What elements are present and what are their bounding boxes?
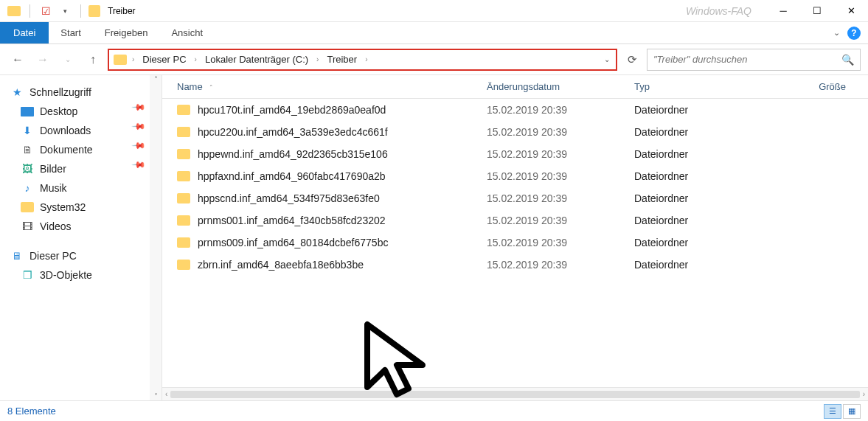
ribbon-bar: Datei Start Freigeben Ansicht ⌄ ? — [0, 22, 868, 44]
folder-icon — [177, 105, 190, 115]
3d-objects-icon: ❒ — [21, 269, 34, 281]
sidebar-item-system32[interactable]: System32 — [0, 198, 162, 217]
back-button[interactable]: ← — [7, 49, 28, 70]
help-icon[interactable]: ? — [847, 27, 861, 40]
column-size[interactable]: Größe — [760, 81, 868, 92]
file-date: 15.02.2019 20:39 — [479, 192, 627, 204]
tab-view[interactable]: Ansicht — [159, 22, 215, 44]
chevron-right-icon[interactable]: › — [130, 55, 136, 63]
properties-icon[interactable]: ☑ — [38, 3, 54, 19]
address-dropdown-icon[interactable]: ⌄ — [604, 55, 611, 63]
status-count: 8 Elemente — [7, 406, 56, 417]
navigation-row: ← → ⌄ ↑ › Dieser PC › Lokaler Datenträge… — [0, 44, 868, 75]
sidebar-item-music[interactable]: ♪ Musik — [0, 178, 162, 198]
file-name: hpcu220u.inf_amd64_3a539e3edc4c661f — [198, 126, 388, 138]
sidebar-item-downloads[interactable]: ⬇ Downloads 📌 — [0, 121, 162, 140]
crumb-this-pc[interactable]: Dieser PC — [139, 52, 189, 66]
folder-icon — [177, 127, 190, 137]
scrollbar-thumb[interactable] — [170, 391, 859, 398]
status-bar: 8 Elemente ☰ ▦ — [0, 400, 868, 421]
sidebar-quick-access[interactable]: ★ Schnellzugriff — [0, 83, 162, 102]
column-date[interactable]: Änderungsdatum — [479, 81, 627, 92]
file-type: Dateiordner — [627, 126, 760, 138]
sidebar-item-documents[interactable]: 🗎 Dokumente 📌 — [0, 140, 162, 159]
sidebar-item-label: 3D-Objekte — [40, 269, 92, 281]
column-type[interactable]: Typ — [627, 81, 760, 92]
folder-icon — [88, 3, 105, 19]
qat-dropdown-icon[interactable]: ▾ — [57, 3, 73, 19]
chevron-right-icon[interactable]: › — [314, 55, 321, 63]
sidebar-item-label: Desktop — [40, 105, 77, 117]
file-name: prnms001.inf_amd64_f340cb58fcd23202 — [198, 215, 386, 226]
file-date: 15.02.2019 20:39 — [479, 170, 627, 182]
file-name: hppfaxnd.inf_amd64_960fabc417690a2b — [198, 170, 386, 182]
divider — [29, 4, 30, 18]
close-button[interactable]: ✕ — [834, 0, 868, 22]
sidebar-item-videos[interactable]: 🎞 Videos — [0, 217, 162, 236]
folder-icon — [177, 215, 190, 226]
icons-view-button[interactable]: ▦ — [843, 404, 861, 419]
folder-icon — [21, 201, 34, 213]
sidebar-item-desktop[interactable]: Desktop 📌 — [0, 102, 162, 121]
table-row[interactable]: hppewnd.inf_amd64_92d2365cb315e10615.02.… — [162, 143, 868, 165]
column-name[interactable]: Name ˄ — [162, 81, 479, 92]
up-button[interactable]: ↑ — [83, 49, 103, 70]
maximize-button[interactable]: ☐ — [800, 0, 834, 22]
sidebar-scrollbar[interactable]: ˄ ˅ — [150, 75, 162, 400]
scroll-right-icon[interactable]: › — [863, 390, 865, 398]
file-name: zbrn.inf_amd64_8aeebfa18e6bb3be — [198, 259, 364, 271]
sidebar-item-label: Schnellzugriff — [29, 86, 91, 98]
crumb-treiber[interactable]: Treiber — [324, 52, 360, 66]
sidebar-item-label: Musik — [40, 182, 67, 194]
navigation-pane: ★ Schnellzugriff Desktop 📌 ⬇ Downloads 📌… — [0, 75, 162, 400]
file-date: 15.02.2019 20:39 — [479, 259, 627, 271]
search-input[interactable] — [653, 54, 841, 65]
minimize-button[interactable]: ─ — [766, 0, 800, 22]
details-view-button[interactable]: ☰ — [824, 404, 841, 419]
sidebar-item-label: Dokumente — [40, 144, 93, 156]
expand-ribbon-icon[interactable]: ⌄ — [833, 28, 840, 38]
folder-icon — [177, 149, 190, 159]
scroll-up-icon[interactable]: ˄ — [154, 75, 158, 83]
sidebar-item-pictures[interactable]: 🖼 Bilder 📌 — [0, 159, 162, 178]
sidebar-item-label: System32 — [40, 201, 86, 213]
quick-access-toolbar: ☑ ▾ — [0, 3, 105, 19]
search-box[interactable]: 🔍 — [647, 49, 861, 71]
forward-button[interactable]: → — [32, 49, 53, 70]
file-list-area: Name ˄ Änderungsdatum Typ Größe hpcu170t… — [162, 75, 868, 400]
this-pc-icon: 🖥 — [10, 250, 24, 262]
scroll-down-icon[interactable]: ˅ — [154, 392, 158, 400]
recent-dropdown-icon[interactable]: ⌄ — [58, 49, 78, 70]
sidebar-this-pc[interactable]: 🖥 Dieser PC — [0, 246, 162, 265]
file-name: hpcu170t.inf_amd64_19ebd2869a0eaf0d — [198, 104, 386, 116]
file-type: Dateiordner — [627, 104, 760, 116]
file-name: hppscnd.inf_amd64_534f975d83e63fe0 — [198, 192, 380, 204]
address-bar[interactable]: › Dieser PC › Lokaler Datenträger (C:) ›… — [108, 49, 617, 71]
horizontal-scrollbar[interactable]: ‹ › — [162, 387, 868, 400]
watermark-text: Windows-FAQ — [686, 5, 751, 17]
tab-share[interactable]: Freigeben — [93, 22, 160, 44]
table-row[interactable]: hppscnd.inf_amd64_534f975d83e63fe015.02.… — [162, 187, 868, 209]
table-row[interactable]: prnms009.inf_amd64_80184dcbef6775bc15.02… — [162, 232, 868, 254]
chevron-right-icon[interactable]: › — [363, 55, 369, 63]
file-date: 15.02.2019 20:39 — [479, 126, 627, 138]
crumb-drive-c[interactable]: Lokaler Datenträger (C:) — [202, 52, 311, 66]
table-row[interactable]: zbrn.inf_amd64_8aeebfa18e6bb3be15.02.201… — [162, 254, 868, 276]
file-menu[interactable]: Datei — [0, 22, 49, 44]
chevron-right-icon[interactable]: › — [192, 55, 199, 63]
folder-icon — [177, 237, 190, 248]
divider — [80, 4, 81, 18]
refresh-button[interactable]: ⟳ — [622, 49, 642, 70]
file-type: Dateiordner — [627, 259, 760, 271]
tab-start[interactable]: Start — [49, 22, 92, 44]
table-row[interactable]: hppfaxnd.inf_amd64_960fabc417690a2b15.02… — [162, 165, 868, 187]
search-icon[interactable]: 🔍 — [841, 54, 854, 66]
folder-app-icon — [6, 3, 22, 19]
pictures-icon: 🖼 — [21, 163, 34, 175]
sort-indicator-icon: ˄ — [209, 84, 213, 91]
scroll-left-icon[interactable]: ‹ — [165, 390, 167, 398]
sidebar-item-3d-objects[interactable]: ❒ 3D-Objekte — [0, 265, 162, 285]
table-row[interactable]: prnms001.inf_amd64_f340cb58fcd2320215.02… — [162, 209, 868, 232]
table-row[interactable]: hpcu170t.inf_amd64_19ebd2869a0eaf0d15.02… — [162, 99, 868, 121]
table-row[interactable]: hpcu220u.inf_amd64_3a539e3edc4c661f15.02… — [162, 121, 868, 143]
